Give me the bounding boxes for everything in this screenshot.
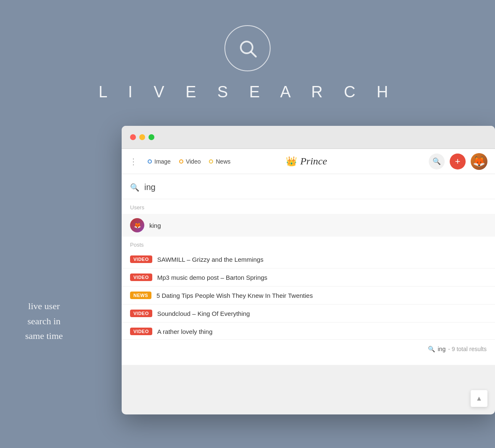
search-dropdown: 🔍 ing Users 🦊 king Posts VIDEO SAWMILL –… <box>122 174 495 365</box>
king-avatar-icon: 🦊 <box>134 222 141 229</box>
search-query-text: ing <box>144 182 156 192</box>
user-result-king[interactable]: 🦊 king <box>122 214 495 237</box>
svg-line-1 <box>251 52 256 57</box>
chevron-up-icon: ▲ <box>476 395 482 402</box>
logo-text: Prince <box>300 156 327 167</box>
nav-bar: ⋮ Image Video News 👑 Prince 🔍 + 🦊 <box>122 149 495 174</box>
video-filter-dot <box>179 159 183 164</box>
tag-video-1: VIDEO <box>130 273 152 281</box>
footer-search-icon: 🔍 <box>428 346 435 352</box>
user-avatar[interactable]: 🦊 <box>471 153 487 170</box>
video-filter-label: Video <box>186 158 201 165</box>
filter-news[interactable]: News <box>209 158 230 165</box>
user-name-king: king <box>149 222 161 229</box>
close-dot[interactable] <box>130 134 136 140</box>
scroll-up-button[interactable]: ▲ <box>471 390 487 407</box>
post-title-3: Soundcloud – King Of Everything <box>157 310 250 317</box>
post-title-0: SAWMILL – Grizzy and the Lemmings <box>157 256 263 263</box>
title-bar <box>122 126 495 149</box>
news-filter-dot <box>209 159 213 164</box>
search-input-icon: 🔍 <box>130 183 139 192</box>
filter-image[interactable]: Image <box>148 158 171 165</box>
search-input-row: 🔍 ing <box>122 181 495 199</box>
divider-2 <box>122 304 495 305</box>
divider-1 <box>122 286 495 287</box>
tag-video-4: VIDEO <box>130 328 152 335</box>
hero-search-icon <box>224 25 271 71</box>
post-title-2: 5 Dating Tips People Wish They Knew In T… <box>156 292 313 299</box>
maximize-dot[interactable] <box>148 134 154 140</box>
browser-window: ⋮ Image Video News 👑 Prince 🔍 + 🦊 <box>122 126 495 414</box>
post-title-4: A rather lovely thing <box>157 328 213 335</box>
post-result-3[interactable]: VIDEO Soundcloud – King Of Everything <box>122 305 495 321</box>
plus-icon: + <box>455 156 461 167</box>
site-logo[interactable]: 👑 Prince <box>286 156 327 167</box>
divider-0 <box>122 268 495 268</box>
menu-icon[interactable]: ⋮ <box>129 156 138 167</box>
filter-video[interactable]: Video <box>179 158 201 165</box>
tag-video-3: VIDEO <box>130 310 152 317</box>
post-result-4[interactable]: VIDEO A rather lovely thing <box>122 323 495 339</box>
posts-section-label: Posts <box>122 237 495 251</box>
footer-results: - 9 total results <box>448 346 487 352</box>
footer-query: ing <box>438 346 446 352</box>
search-footer: 🔍 ing - 9 total results <box>122 339 495 358</box>
minimize-dot[interactable] <box>139 134 145 140</box>
nav-actions: 🔍 + 🦊 <box>429 153 487 170</box>
avatar-image: 🦊 <box>473 156 485 167</box>
news-filter-label: News <box>216 158 230 165</box>
hero-title: L I V E S E A R C H <box>99 83 396 101</box>
post-result-0[interactable]: VIDEO SAWMILL – Grizzy and the Lemmings <box>122 251 495 267</box>
post-result-2[interactable]: NEWS 5 Dating Tips People Wish They Knew… <box>122 287 495 303</box>
hero-section: L I V E S E A R C H <box>0 0 495 118</box>
annotation-text: live user search in same time <box>25 299 63 343</box>
window-controls <box>130 134 154 140</box>
image-filter-dot <box>148 159 152 164</box>
tag-news-2: NEWS <box>130 292 151 299</box>
user-avatar-king: 🦊 <box>130 218 144 232</box>
nav-search-icon: 🔍 <box>432 157 441 165</box>
image-filter-label: Image <box>154 158 171 165</box>
tag-video-0: VIDEO <box>130 255 152 263</box>
users-section-label: Users <box>122 199 495 214</box>
logo-icon: 👑 <box>286 156 297 167</box>
divider-3 <box>122 322 495 323</box>
nav-add-button[interactable]: + <box>450 154 466 169</box>
nav-search-button[interactable]: 🔍 <box>429 154 445 169</box>
post-result-1[interactable]: VIDEO Mp3 music demo post – Barton Sprin… <box>122 269 495 285</box>
post-title-1: Mp3 music demo post – Barton Springs <box>157 274 268 281</box>
